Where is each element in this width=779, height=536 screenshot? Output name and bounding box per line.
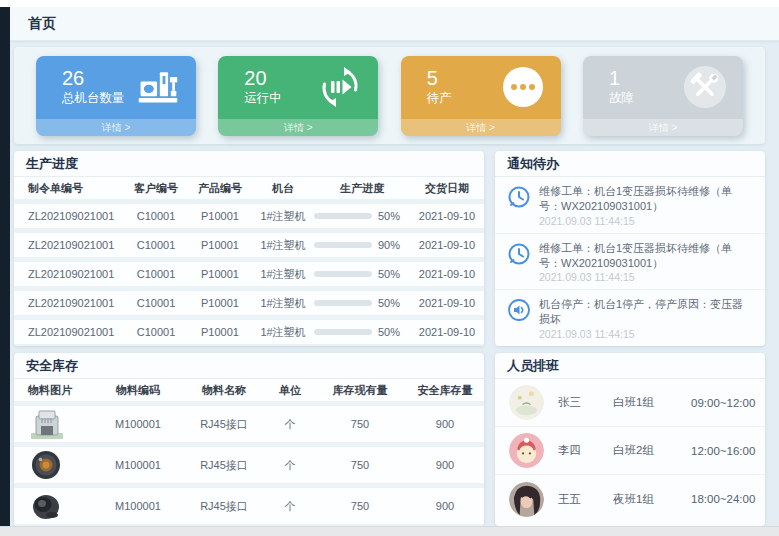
machine-name: 1#注塑机 [252,296,314,311]
detail-link-waiting[interactable]: 详情 > [401,119,561,136]
sidebar-collapsed-edge [0,7,10,526]
production-table-row[interactable]: ZL202109021001 C10001 P10001 1#注塑机 50% 2… [14,291,484,320]
notification-text: 维修工单：机台1变压器损坏待维修（单号：WX202109031001） [539,184,753,214]
clock-icon [507,185,531,209]
stat-value: 5 [427,67,452,90]
person-shift: 白班1组 [613,395,691,410]
person-name: 李四 [558,443,613,458]
inventory-table-row[interactable]: M100001 RJ45接口 个 750 900 [14,447,484,488]
schedule-row[interactable]: 王五 夜班1组 18:00~24:00 [495,475,765,523]
delivery-date: 2021-09-10 [410,210,484,222]
col-header-safety-qty: 安全库存量 [406,383,484,398]
notification-item[interactable]: 维修工单：机台1变压器损坏待维修（单号：WX202109031001） 2021… [495,234,765,291]
delivery-date: 2021-09-10 [410,297,484,309]
window-bottom-edge [0,526,779,536]
safety-qty: 900 [406,459,484,471]
customer-no: C10001 [124,268,188,280]
person-time: 18:00~24:00 [691,493,755,505]
inventory-table-header: 物料图片 物料编码 物料名称 单位 库存现有量 安全库存量 [14,379,484,406]
detail-link-fault[interactable]: 详情 > [583,119,743,136]
product-no: P10001 [188,297,252,309]
production-table-row[interactable]: ZL202109021001 C10001 P10001 1#注塑机 50% 2… [14,262,484,291]
order-no: ZL202109021001 [28,239,124,251]
customer-no: C10001 [124,210,188,222]
progress-cell: 50% [314,210,410,222]
material-image-rj45 [28,407,94,441]
order-no: ZL202109021001 [28,268,124,280]
customer-no: C10001 [124,326,188,338]
col-header-order-no: 制令单编号 [28,181,124,196]
safety-stock-panel: 安全库存 物料图片 物料编码 物料名称 单位 库存现有量 安全库存量 [14,353,484,526]
material-code: M100001 [94,500,182,512]
notification-time: 2021.09.03 11:44:15 [539,215,753,227]
stat-card-body: 1 故障 [583,56,743,119]
page-header: 首页 [10,7,779,41]
notification-time: 2021.09.03 11:44:15 [539,328,753,340]
col-header-material-image: 物料图片 [28,383,94,398]
schedule-row[interactable]: 张三 白班1组 09:00~12:00 [495,379,765,427]
production-table-row[interactable]: ZL202109021001 C10001 P10001 1#注塑机 50% 2… [14,320,484,346]
col-header-stock-qty: 库存现有量 [314,383,406,398]
production-progress-panel: 生产进度 制令单编号 客户编号 产品编号 机台 生产进度 交货日期 ZL2021… [14,151,484,346]
panel-title-schedule: 人员排班 [495,353,765,379]
stock-qty: 750 [314,459,406,471]
inventory-table-row[interactable]: M100001 RJ45接口 个 750 900 [14,488,484,526]
notification-item[interactable]: 机台停产：机台1停产，停产原因：变压器损坏 2021.09.03 11:44:1… [495,290,765,346]
stat-label: 总机台数量 [62,90,125,107]
stat-card-body: 26 总机台数量 [36,56,196,119]
product-no: P10001 [188,239,252,251]
production-table-row[interactable]: ZL202109021001 C10001 P10001 1#注塑机 50% 2… [14,204,484,233]
person-name: 张三 [558,395,613,410]
production-table-row[interactable]: ZL202109021001 C10001 P10001 1#注塑机 90% 2… [14,233,484,262]
product-no: P10001 [188,210,252,222]
stat-card-body: 20 运行中 [218,56,378,119]
notifications-panel: 通知待办 维修工单：机台1变压器损坏待维修（单号：WX202109031001）… [495,151,765,346]
clock-icon [507,242,531,266]
stat-value: 26 [62,67,125,90]
customer-no: C10001 [124,239,188,251]
notification-item[interactable]: 维修工单：机台1变压器损坏待维修（单号：WX202109031001） 2021… [495,177,765,234]
progress-bar-track [314,300,372,306]
production-table-header: 制令单编号 客户编号 产品编号 机台 生产进度 交货日期 [14,177,484,204]
progress-label: 50% [378,268,400,280]
progress-cell: 90% [314,239,410,251]
notification-text: 维修工单：机台1变压器损坏待维修（单号：WX202109031001） [539,241,753,271]
progress-cell: 50% [314,326,410,338]
person-time: 09:00~12:00 [691,397,755,409]
stat-card-waiting[interactable]: 5 待产 详情 > [401,56,561,136]
running-icon [318,65,362,109]
col-header-material-code: 物料编码 [94,383,182,398]
stock-qty: 750 [314,418,406,430]
avatar [509,385,544,420]
schedule-row[interactable]: 李四 白班2组 12:00~16:00 [495,427,765,475]
col-header-unit: 单位 [266,383,314,398]
stat-card-total-machines[interactable]: 26 总机台数量 [36,56,196,136]
progress-bar-track [314,213,372,219]
inventory-table-row[interactable]: M100001 RJ45接口 个 750 900 [14,406,484,447]
stat-card-fault[interactable]: 1 故障 [583,56,743,136]
person-time: 12:00~16:00 [691,445,755,457]
col-header-material-name: 物料名称 [182,383,266,398]
delivery-date: 2021-09-10 [410,268,484,280]
panels-grid: 生产进度 制令单编号 客户编号 产品编号 机台 生产进度 交货日期 ZL2021… [14,151,765,526]
machine-icon [136,65,180,109]
machine-name: 1#注塑机 [252,209,314,224]
safety-qty: 900 [406,418,484,430]
stat-card-running[interactable]: 20 运行中 [218,56,378,136]
personnel-schedule-panel: 人员排班 张三 白班1组 09:00~12:00 [495,353,765,526]
order-no: ZL202109021001 [28,210,124,222]
machine-name: 1#注塑机 [252,325,314,340]
material-code: M100001 [94,418,182,430]
progress-label: 90% [378,239,400,251]
material-name: RJ45接口 [182,458,266,473]
detail-link-total-machines[interactable]: 详情 > [36,119,196,136]
avatar [509,433,544,468]
machine-name: 1#注塑机 [252,267,314,282]
detail-link-running[interactable]: 详情 > [218,119,378,136]
person-name: 王五 [558,492,613,507]
material-image-speaker-cone [28,489,94,523]
stat-label: 待产 [427,90,452,107]
stat-value: 1 [609,67,634,90]
progress-cell: 50% [314,297,410,309]
progress-cell: 50% [314,268,410,280]
